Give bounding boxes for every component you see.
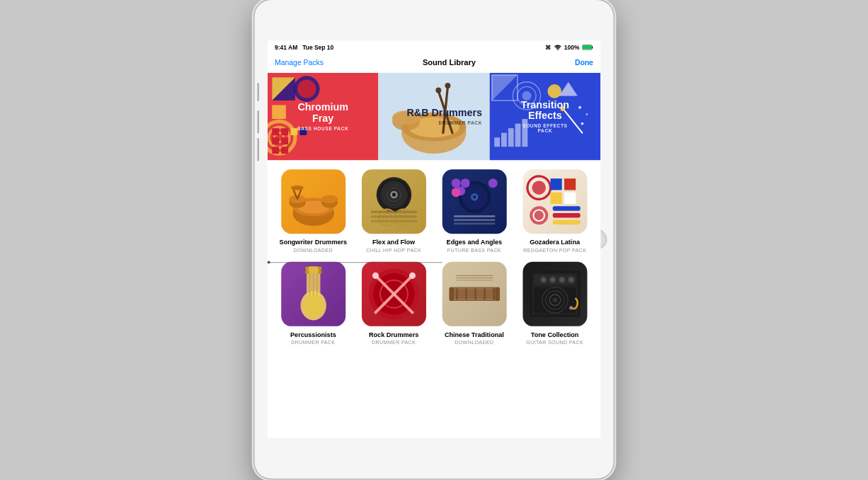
pack-thumbnail-gozadera — [522, 169, 587, 234]
svg-rect-8 — [272, 105, 286, 119]
pack-name-percussionists: Percussionists — [290, 331, 336, 338]
chinese-art — [442, 262, 506, 326]
svg-point-79 — [451, 178, 460, 188]
volume-down-button[interactable] — [257, 138, 259, 161]
svg-rect-18 — [290, 128, 297, 135]
svg-point-25 — [436, 88, 442, 93]
svg-rect-13 — [281, 128, 288, 135]
pack-type-percussionists: Drummer Pack — [291, 339, 335, 345]
songwriter-art — [281, 169, 346, 234]
svg-point-97 — [304, 295, 322, 316]
pack-edges-and-angles[interactable]: Edges and Angles Future Bass Pack — [438, 169, 510, 253]
svg-point-39 — [586, 113, 588, 115]
status-time-date: 9:41 AM Tue Sep 10 — [275, 44, 333, 51]
svg-point-136 — [551, 278, 554, 281]
svg-point-38 — [578, 106, 581, 109]
svg-point-7 — [297, 80, 316, 98]
pack-thumbnail-edges — [442, 169, 506, 234]
svg-point-52 — [321, 195, 337, 204]
svg-rect-3 — [583, 45, 591, 49]
svg-point-105 — [318, 270, 321, 273]
svg-marker-35 — [559, 82, 577, 96]
svg-rect-12 — [272, 128, 279, 135]
battery-percentage: 100% — [564, 44, 580, 51]
pack-gozadera-latina[interactable]: Gozadera Latina Reggaeton Pop Pack — [518, 169, 591, 253]
svg-point-59 — [392, 193, 396, 196]
svg-point-134 — [542, 278, 545, 281]
pack-thumbnail-percussionists — [281, 262, 346, 326]
pack-percussionists[interactable]: Percussionists Drummer Pack — [277, 262, 350, 345]
svg-point-111 — [372, 273, 379, 279]
pack-chinese-traditional[interactable]: Chinese Traditional DOWNLOADED — [438, 262, 510, 345]
pack-tone-collection[interactable]: Tone Collection Guitar Sound Pack — [518, 262, 591, 345]
svg-point-80 — [460, 178, 469, 188]
svg-rect-16 — [272, 147, 279, 154]
svg-rect-2 — [592, 46, 593, 48]
svg-rect-124 — [493, 288, 495, 300]
edges-art — [442, 169, 506, 234]
svg-rect-76 — [454, 215, 496, 217]
wifi-signal-icon — [554, 45, 561, 50]
svg-point-102 — [305, 266, 309, 270]
svg-rect-120 — [456, 288, 458, 300]
svg-point-55 — [291, 185, 304, 190]
svg-rect-89 — [564, 193, 576, 204]
svg-point-103 — [305, 270, 309, 273]
side-button — [257, 83, 259, 101]
tone-art — [522, 262, 587, 326]
status-date: Tue Sep 10 — [302, 44, 333, 51]
pack-type-songwriter: DOWNLOADED — [294, 247, 333, 253]
svg-point-90 — [530, 206, 548, 224]
svg-point-83 — [451, 188, 460, 197]
banner-1-title: ChromiumFray — [297, 102, 348, 124]
pack-name-edges: Edges and Angles — [447, 239, 503, 246]
pack-flex-and-flow[interactable]: Flex and Flow Chill Hip Hop Pack — [357, 169, 430, 253]
svg-rect-86 — [550, 178, 561, 190]
ipad-frame: 9:41 AM Tue Sep 10 ︎⌘ 100% — [255, 0, 614, 479]
pack-name-tone: Tone Collection — [531, 331, 579, 338]
svg-point-40 — [581, 122, 583, 125]
svg-point-75 — [473, 195, 476, 198]
svg-rect-94 — [552, 220, 580, 225]
svg-rect-93 — [552, 213, 580, 218]
svg-rect-41 — [494, 137, 500, 147]
done-button[interactable]: Done — [575, 59, 593, 67]
banner-chromium-fray[interactable]: ChromiumFray BASS HOUSE PACK — [268, 73, 379, 161]
banner-1-subtitle: BASS HOUSE PACK — [297, 126, 348, 131]
svg-rect-121 — [465, 288, 467, 300]
pack-thumbnail-flex — [362, 169, 426, 234]
pack-name-flex: Flex and Flow — [372, 239, 415, 246]
pack-songwriter-drummers[interactable]: Songwriter Drummers DOWNLOADED — [277, 169, 350, 253]
svg-point-85 — [532, 181, 546, 194]
svg-rect-43 — [508, 128, 514, 147]
pack-thumbnail-songwriter — [281, 169, 346, 234]
svg-point-146 — [569, 306, 573, 309]
svg-rect-123 — [484, 288, 486, 300]
svg-marker-30 — [492, 75, 518, 101]
svg-point-138 — [560, 278, 564, 281]
volume-up-button[interactable] — [257, 110, 259, 134]
banner-transition-effects[interactable]: Transition Effects SOUND EFFECTS PACK — [489, 73, 600, 161]
svg-rect-17 — [281, 147, 288, 154]
svg-rect-15 — [281, 137, 288, 144]
content-area: ChromiumFray BASS HOUSE PACK — [268, 73, 601, 438]
pack-thumbnail-chinese — [442, 262, 506, 326]
banner-rnb-drummers[interactable]: R&B Drummers DRUMMER PACK — [379, 73, 490, 161]
pack-type-flex: Chill Hip Hop Pack — [366, 247, 421, 253]
flex-art — [362, 169, 426, 234]
svg-rect-78 — [454, 223, 496, 225]
wifi-icon: ︎⌘ — [545, 44, 551, 51]
rock-art — [362, 262, 426, 326]
svg-rect-87 — [564, 178, 576, 190]
svg-point-145 — [552, 297, 557, 302]
svg-point-34 — [547, 84, 561, 98]
status-time: 9:41 AM — [275, 44, 297, 51]
pack-name-chinese: Chinese Traditional — [445, 331, 504, 338]
banner-1-text: ChromiumFray BASS HOUSE PACK — [297, 102, 348, 131]
svg-rect-88 — [550, 193, 561, 204]
banner-2-subtitle: DRUMMER PACK — [407, 120, 482, 125]
manage-packs-button[interactable]: Manage Packs — [275, 59, 324, 67]
banner-3-subtitle: SOUND EFFECTS PACK — [515, 123, 576, 133]
pack-rock-drummers[interactable]: Rock Drummers Drummer Pack — [357, 262, 430, 345]
status-bar: 9:41 AM Tue Sep 10 ︎⌘ 100% — [268, 40, 601, 55]
